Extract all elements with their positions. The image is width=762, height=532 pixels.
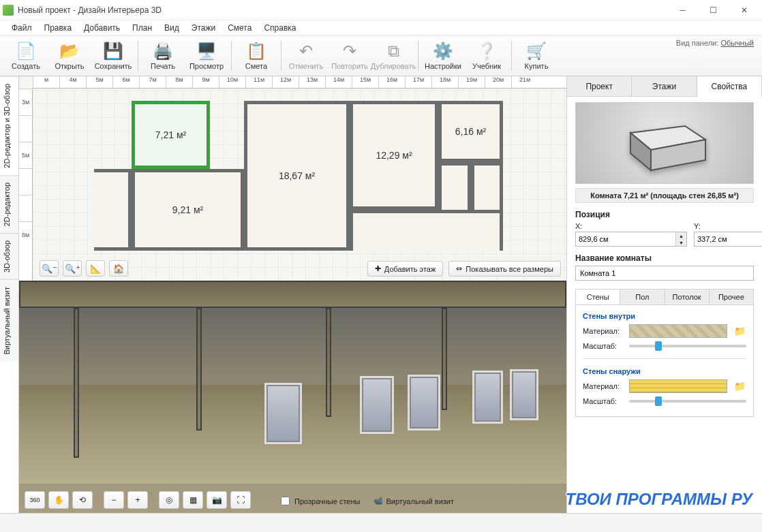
browse-inner-material-button[interactable]: 📁 — [733, 325, 746, 337]
room-area-label: 6,16 м² — [455, 126, 486, 137]
browse-outer-material-button[interactable]: 📁 — [733, 380, 746, 392]
menu-estimate[interactable]: Смета — [222, 22, 258, 34]
zoom-out-icon: − — [111, 495, 116, 505]
vtab-2d-3d[interactable]: 2D-редактор и 3D-обзор — [0, 76, 18, 175]
redo-icon: ↷ — [343, 42, 356, 61]
add-floor-button[interactable]: ✚Добавить этаж — [367, 261, 443, 277]
outer-scale-slider[interactable] — [629, 400, 746, 403]
rotate-icon: ⟲ — [79, 495, 86, 505]
tb-undo[interactable]: ↶Отменить — [284, 37, 328, 75]
render-options: Прозрачные стены 📹Виртуальный визит — [278, 495, 454, 507]
menu-bar: Файл Правка Добавить План Вид Этажи Смет… — [0, 20, 762, 35]
grid-icon: ▦ — [189, 495, 197, 505]
room-18-67: 18,67 м² — [244, 101, 350, 251]
walls-subpanel: Стены внутри Материал: 📁 Масштаб: Стены … — [575, 304, 754, 417]
minimize-button[interactable]: ─ — [667, 1, 698, 20]
plan-2d-area[interactable]: м4м5м6м7м8м9м10м11м12м13м14м15м16м17м18м… — [19, 76, 566, 281]
rotate-button[interactable]: ⟲ — [72, 491, 93, 509]
grid-button[interactable]: ▦ — [183, 491, 203, 509]
viewport: м4м5м6м7м8м9м10м11м12м13м14м15м16м17м18м… — [19, 76, 567, 513]
inner-material-swatch[interactable] — [629, 324, 727, 338]
maximize-button[interactable]: ☐ — [698, 1, 729, 20]
tb-print[interactable]: 🖨️Печать — [141, 37, 185, 75]
room-name-input[interactable] — [575, 266, 754, 281]
watermark: ТВОИ ПРОГРАММЫ РУ — [566, 490, 753, 509]
home-button[interactable]: 🏠 — [109, 260, 128, 277]
panel-mode-link[interactable]: Обычный — [720, 39, 754, 47]
room-area-label: 12,29 м² — [376, 150, 412, 161]
subtab-floor[interactable]: Пол — [620, 290, 665, 304]
props-tabs: Проект Этажи Свойства — [567, 76, 762, 97]
room-info-label: Комната 7,21 м² (площадь стен 26,85 м²) — [575, 188, 754, 203]
material-label: Материал: — [583, 382, 624, 390]
zoom-in-button[interactable]: 🔍⁺ — [63, 260, 82, 277]
tb-redo[interactable]: ↷Повторить — [328, 37, 371, 75]
measure-button[interactable]: 📐 — [86, 260, 105, 277]
show-dimensions-button[interactable]: ⇔Показывать все размеры — [448, 261, 561, 277]
tb-save[interactable]: 💾Сохранить — [91, 37, 135, 75]
tb-duplicate[interactable]: ⧉Дублировать — [371, 37, 415, 75]
menu-floors[interactable]: Этажи — [185, 22, 222, 34]
menu-add[interactable]: Добавить — [78, 22, 126, 34]
tab-project[interactable]: Проект — [567, 76, 632, 96]
gear-icon: ⚙️ — [433, 42, 453, 61]
camera-icon: 📷 — [212, 495, 222, 505]
tab-properties[interactable]: Свойства — [697, 76, 762, 97]
subtab-walls[interactable]: Стены — [576, 290, 620, 304]
subtab-other[interactable]: Прочее — [710, 290, 753, 304]
zoom-in-3d-button[interactable]: + — [127, 491, 148, 509]
new-file-icon: 📄 — [16, 42, 36, 61]
tb-estimate[interactable]: 📋Смета — [234, 37, 278, 75]
tb-create[interactable]: 📄Создать — [4, 37, 48, 75]
virtual-visit-button[interactable]: 📹Виртуальный визит — [374, 497, 454, 505]
tb-settings[interactable]: ⚙️Настройки — [421, 37, 465, 75]
tb-tutorial[interactable]: ❔Учебник — [465, 37, 508, 75]
expand-icon: ⛶ — [237, 495, 245, 505]
orbit-button[interactable]: 360 — [25, 491, 45, 509]
ruler-vertical: 3м5м8м — [19, 89, 33, 281]
floorplan[interactable]: 7,21 м² 9,21 м² 18,67 м² 12,29 м² 6,16 м… — [94, 101, 503, 257]
inner-scale-slider[interactable] — [629, 345, 746, 347]
camera-button[interactable]: 📷 — [207, 491, 227, 509]
x-input[interactable]: ▲▼ — [575, 232, 687, 247]
menu-plan[interactable]: План — [126, 22, 158, 34]
y-input[interactable]: ▲▼ — [694, 232, 762, 247]
folder-open-icon: 📂 — [59, 42, 80, 61]
menu-help[interactable]: Справка — [258, 22, 302, 34]
vtab-3d[interactable]: 3D-обзор — [0, 233, 18, 279]
menu-view[interactable]: Вид — [158, 22, 185, 34]
menu-edit[interactable]: Правка — [38, 22, 78, 34]
room-box-icon — [617, 112, 712, 174]
room-selected: 7,21 м² — [132, 101, 210, 169]
home-icon: 🏠 — [113, 264, 124, 274]
tab-floors[interactable]: Этажи — [632, 76, 697, 96]
tb-buy[interactable]: 🛒Купить — [515, 37, 558, 75]
walls-inner-header: Стены внутри — [583, 312, 746, 320]
menu-file[interactable]: Файл — [5, 22, 38, 34]
title-bar: Новый проект - Дизайн Интерьера 3D ─ ☐ ✕ — [0, 0, 762, 20]
scale-label: Масштаб: — [583, 342, 624, 350]
properties-panel: Проект Этажи Свойства Комната 7,21 м² (п… — [567, 76, 762, 513]
view-mode-tabs: 2D-редактор и 3D-обзор 2D-редактор 3D-об… — [0, 76, 19, 513]
vtab-virtual[interactable]: Виртуальный визит — [0, 279, 18, 362]
render-3d-area[interactable]: 360 ✋ ⟲ − + ◎ ▦ 📷 ⛶ Прозрачные стены 📹Ви… — [19, 281, 566, 513]
target-button[interactable]: ◎ — [159, 491, 179, 509]
subtab-ceiling[interactable]: Потолок — [665, 290, 710, 304]
hand-icon: ✋ — [54, 495, 64, 505]
transparent-walls-checkbox[interactable]: Прозрачные стены — [278, 495, 360, 507]
room-area-label: 18,67 м² — [279, 170, 315, 181]
pan-button[interactable]: ✋ — [48, 491, 69, 509]
tb-preview[interactable]: 🖥️Просмотр — [185, 37, 228, 75]
fullscreen-button[interactable]: ⛶ — [230, 491, 251, 509]
zoom-out-3d-button[interactable]: − — [104, 491, 124, 509]
close-button[interactable]: ✕ — [729, 1, 759, 20]
app-icon — [3, 5, 14, 16]
tb-open[interactable]: 📂Открыть — [48, 37, 91, 75]
outer-material-swatch[interactable] — [629, 379, 727, 393]
room-area-label: 7,21 м² — [155, 129, 186, 140]
vtab-2d[interactable]: 2D-редактор — [0, 175, 18, 233]
status-bar — [0, 513, 762, 532]
ruler-icon: 📐 — [90, 264, 101, 274]
zoom-out-button[interactable]: 🔍⁻ — [40, 260, 59, 277]
material-subtabs: Стены Пол Потолок Прочее — [575, 289, 754, 304]
